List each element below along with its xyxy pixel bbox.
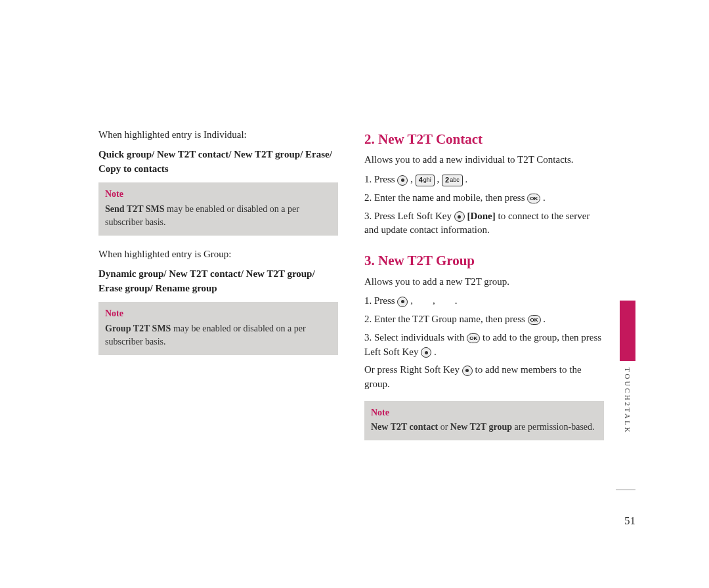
step-text: 3. Select individuals with	[364, 332, 467, 343]
right-soft-key-icon	[462, 366, 473, 376]
note-title: Note	[105, 307, 332, 320]
done-label: [Done]	[467, 211, 495, 221]
nav-dot-key-icon	[397, 175, 408, 186]
step-group-4: Or press Right Soft Key to add new membe…	[364, 363, 604, 392]
ok-key-icon: OK	[528, 315, 541, 325]
ok-key-icon: OK	[527, 194, 540, 203]
note-bold-text: New T2T group	[450, 422, 512, 432]
note-box-3: Note New T2T contact or New T2T group ar…	[364, 401, 604, 441]
note-box-1: Note Send T2T SMS may be enabled or disa…	[98, 182, 338, 236]
step-contact-2: 2. Enter the name and mobile, then press…	[364, 191, 604, 205]
step-text: 1. Press	[364, 174, 397, 184]
section-label: TOUCH2TALK	[622, 368, 632, 434]
note-bold-text: Send T2T SMS	[105, 204, 165, 214]
step-contact-1: 1. Press , 4ghi , 2abc .	[364, 173, 604, 187]
step-group-3: 3. Select individuals with OK to add to …	[364, 331, 604, 360]
nav-dot-key-icon	[397, 297, 408, 307]
note-title: Note	[105, 188, 332, 201]
step-text: Or press Right Soft Key	[364, 364, 462, 375]
step-text: 2. Enter the name and mobile, then press	[364, 192, 527, 203]
left-soft-key-icon	[421, 347, 431, 358]
ok-key-icon: OK	[467, 333, 480, 343]
heading-new-t2t-contact: 2. New T2T Contact	[364, 129, 604, 149]
note-rest-text: are permission-based.	[512, 422, 595, 432]
left-column: When highlighted entry is Individual: Qu…	[98, 128, 338, 452]
left-options-group: Dynamic group/ New T2T contact/ New T2T …	[98, 267, 338, 296]
step-text: 3. Press Left Soft Key	[364, 211, 454, 221]
desc-new-contact: Allows you to add a new individual to T2…	[364, 153, 604, 167]
step-text: 1. Press	[364, 295, 397, 306]
desc-new-group: Allows you to add a new T2T group.	[364, 275, 604, 289]
keypad-2-icon: 2abc	[442, 175, 463, 186]
step-group-2: 2. Enter the T2T Group name, then press …	[364, 312, 604, 327]
left-options-individual: Quick group/ New T2T contact/ New T2T gr…	[98, 148, 338, 177]
note-bold-text: Group T2T SMS	[105, 324, 171, 333]
step-text: 2. Enter the T2T Group name, then press	[364, 314, 528, 324]
section-tab-marker	[620, 301, 635, 361]
left-soft-key-icon	[454, 211, 465, 222]
note-title: Note	[371, 406, 597, 419]
page-divider-line	[616, 490, 635, 490]
left-intro-individual: When highlighted entry is Individual:	[98, 128, 338, 142]
note-bold-text: New T2T contact	[371, 422, 438, 432]
step-contact-3: 3. Press Left Soft Key [Done] to connect…	[364, 209, 604, 238]
left-intro-group: When highlighted entry is Group:	[98, 247, 338, 262]
right-column: 2. New T2T Contact Allows you to add a n…	[364, 128, 604, 452]
heading-new-t2t-group: 3. New T2T Group	[364, 251, 604, 270]
page-number: 51	[624, 513, 635, 530]
note-box-2: Note Group T2T SMS may be enabled or dis…	[98, 302, 338, 355]
note-text: or	[438, 422, 450, 432]
step-group-1: 1. Press , , .	[364, 294, 604, 308]
keypad-4-icon: 4ghi	[416, 175, 435, 186]
